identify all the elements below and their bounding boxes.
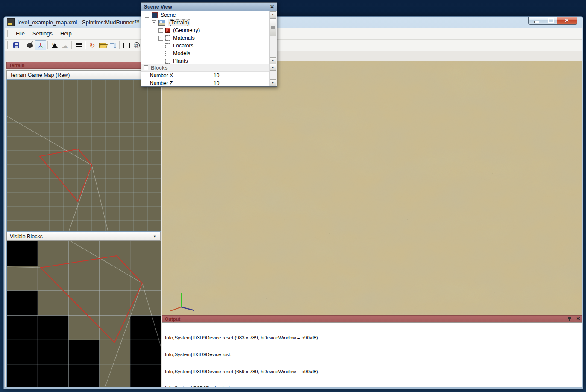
property-row-number-z[interactable]: Number Z 10	[141, 79, 277, 86]
tree-item-label: Materials	[173, 35, 195, 41]
tree-item-label: (Geometry)	[173, 27, 200, 33]
toolbar: ✦ ☁ ↻ @	[5, 40, 582, 51]
axes-button[interactable]	[35, 40, 46, 50]
scroll-up-icon[interactable]: ▲	[270, 11, 276, 18]
output-title: Output	[165, 316, 180, 322]
cloud-icon: ☁	[62, 42, 68, 49]
blocks-header[interactable]: − Blocks	[141, 64, 277, 72]
terrain-node-icon	[158, 20, 165, 26]
menu-file[interactable]: File	[12, 30, 29, 37]
output-panel-caption[interactable]: Output ✕	[162, 315, 582, 322]
scroll-up-icon[interactable]: ▲	[270, 64, 276, 71]
terrain-raw-minimap-canvas	[7, 80, 161, 231]
output-close-icon[interactable]: ✕	[576, 316, 580, 322]
sand-terrain-render	[162, 61, 582, 315]
maximize-button[interactable]	[545, 17, 557, 25]
reload-icon: ↻	[90, 42, 95, 49]
collapse-expander-icon[interactable]: −	[144, 65, 148, 70]
tree-item-geometry[interactable]: + (Geometry)	[141, 26, 270, 34]
tree-item-label: (Terrain)	[168, 19, 190, 26]
scrollbar-thumb[interactable]	[270, 18, 276, 36]
list-lines-icon	[76, 43, 82, 48]
find-at-button[interactable]: @	[132, 41, 142, 50]
caption-buttons: ✕	[528, 17, 577, 25]
geometry-cube-icon	[165, 28, 170, 33]
open-folder-button[interactable]	[97, 41, 108, 50]
output-panel: Output ✕ Info,System| D3D9Device reset (…	[162, 315, 582, 387]
collapse-expander-icon[interactable]: −	[152, 20, 156, 25]
save-icon	[13, 42, 19, 48]
scene-tree[interactable]: − Scene − (Terrain) + (Geometry) + Mater…	[141, 11, 270, 64]
app-icon	[7, 18, 15, 26]
scroll-down-icon[interactable]: ▼	[270, 57, 276, 64]
visible-blocks-minimap[interactable]	[6, 241, 161, 387]
tree-item-scene[interactable]: − Scene	[141, 11, 270, 19]
save-button[interactable]	[11, 41, 21, 50]
pin-icon[interactable]	[568, 316, 572, 321]
log-line: Info,System| D3D9Device reset (659 x 789…	[165, 369, 582, 374]
expand-expander-icon[interactable]: +	[158, 28, 163, 33]
scene-view-title: Scene View	[144, 4, 270, 10]
editor-window: level_example_map.xml - Spintires:MudRun…	[3, 16, 583, 389]
titlebar[interactable]: level_example_map.xml - Spintires:MudRun…	[4, 17, 583, 28]
cloud-button[interactable]: ☁	[60, 41, 70, 50]
chevron-down-icon: ▼	[153, 234, 157, 239]
window-title: level_example_map.xml - Spintires:MudRun…	[18, 19, 156, 26]
scene-icon	[152, 12, 158, 18]
desktop-background: level_example_map.xml - Spintires:MudRun…	[0, 0, 586, 392]
blocks-scrollbar[interactable]: ▲ ▼	[269, 64, 277, 86]
close-button[interactable]: ✕	[557, 17, 577, 25]
visible-blocks-dropdown[interactable]: Visible Blocks ▼	[6, 232, 161, 241]
terrain-3d-viewport[interactable]	[162, 61, 582, 315]
property-row-number-x[interactable]: Number X 10	[141, 72, 277, 79]
maximize-icon	[548, 18, 554, 23]
scene-view-titlebar[interactable]: Scene View ✕	[141, 3, 277, 11]
pause-icon	[123, 43, 130, 48]
copy-button[interactable]	[108, 41, 118, 50]
axis-gizmo	[170, 289, 196, 311]
log-line: Info,System| D3D9Device lost.	[165, 386, 582, 387]
find-at-icon: @	[134, 42, 140, 48]
list-lines-button[interactable]	[73, 41, 84, 50]
log-line: Info,System| D3D9Device lost.	[165, 352, 582, 357]
menubar-grip[interactable]	[7, 30, 9, 37]
menu-settings[interactable]: Settings	[29, 30, 56, 37]
scene-view-close-icon[interactable]: ✕	[270, 4, 274, 10]
window-body: File Settings Help ✦ ☁	[5, 28, 582, 387]
group-box-icon	[165, 43, 170, 48]
tree-item-terrain[interactable]: − (Terrain)	[141, 19, 270, 26]
reload-button[interactable]: ↻	[87, 41, 97, 50]
pause-button[interactable]	[121, 41, 132, 50]
terrain-map-header[interactable]: Terrain Game Map (Raw)	[6, 70, 161, 79]
collapse-expander-icon[interactable]: −	[145, 13, 149, 18]
tree-item-label: Plants	[173, 58, 188, 64]
tree-item-plants[interactable]: Plants	[141, 57, 270, 64]
output-log[interactable]: Info,System| D3D9Device reset (983 x 789…	[162, 322, 582, 387]
group-box-icon	[165, 59, 170, 64]
property-name: Number Z	[141, 80, 210, 86]
minimize-button[interactable]	[528, 17, 545, 25]
close-icon: ✕	[565, 18, 569, 23]
blocks-property-panel: − Blocks Number X 10 Number Z 10 ▲ ▼	[141, 64, 277, 86]
tree-item-locators[interactable]: Locators	[141, 42, 270, 50]
property-value[interactable]: 10	[210, 80, 219, 86]
toolbar-separator	[47, 41, 48, 49]
paint-sphere-button[interactable]	[25, 41, 35, 50]
tree-item-models[interactable]: Models	[141, 50, 270, 57]
expand-expander-icon[interactable]: +	[158, 36, 163, 41]
scene-view-window: Scene View ✕ − Scene − (Terrain) + (Geom…	[141, 2, 277, 87]
open-folder-icon	[99, 43, 106, 48]
property-value[interactable]: 10	[210, 73, 219, 79]
copy-icon	[109, 43, 116, 48]
toolbar-grip[interactable]	[7, 41, 9, 49]
terrain-raw-minimap[interactable]	[6, 79, 161, 232]
scene-tree-scrollbar[interactable]: ▲ ▼	[269, 11, 277, 64]
scroll-down-icon[interactable]: ▼	[270, 79, 276, 86]
lighting-button[interactable]: ✦	[50, 41, 60, 50]
visible-blocks-label: Visible Blocks	[10, 234, 43, 240]
menu-help[interactable]: Help	[56, 30, 76, 37]
terrain-panel-caption[interactable]: Terrain	[6, 62, 161, 69]
tree-item-materials[interactable]: + Materials	[141, 34, 270, 42]
toolbar-separator	[71, 41, 72, 49]
log-line: Info,System| D3D9Device reset (983 x 789…	[165, 335, 582, 341]
